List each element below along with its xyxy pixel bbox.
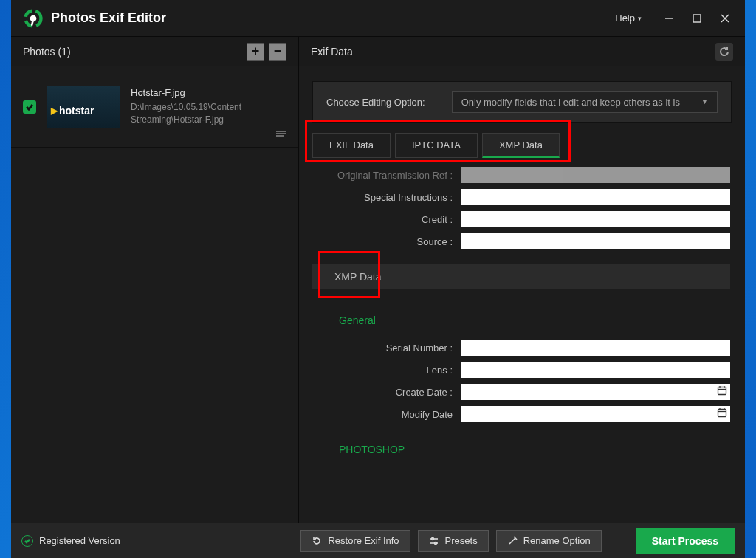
field-label: Credit : [312, 214, 453, 225]
tab-xmp-data[interactable]: XMP Data [482, 133, 560, 158]
field-label: Modify Date [312, 409, 453, 420]
section-label: XMP Data [334, 271, 382, 283]
tab-iptc-data[interactable]: IPTC DATA [395, 133, 478, 158]
restore-exif-button[interactable]: Restore Exif Info [300, 530, 410, 552]
help-label: Help [615, 13, 635, 24]
field-label: Lens : [312, 365, 453, 376]
photo-meta: Hotstar-F.jpg D:\Images\10.05.19\Content… [131, 87, 286, 126]
refresh-button[interactable] [715, 43, 733, 61]
thumbnail-brand: hotstar [59, 105, 94, 117]
app-logo-icon [23, 8, 44, 29]
field-lens: Lens : [312, 362, 730, 378]
field-input[interactable] [461, 406, 730, 422]
rename-option-button[interactable]: Rename Option [496, 530, 602, 552]
section-xmp-data: XMP Data [312, 264, 730, 289]
field-modify-date: Modify Date [312, 406, 730, 422]
svg-rect-13 [718, 410, 726, 417]
start-process-button[interactable]: Start Process [636, 528, 735, 554]
photo-filename: Hotstar-F.jpg [131, 87, 286, 98]
presets-button[interactable]: Presets [418, 530, 489, 552]
editing-option-value: Only modify fields that i edit and keep … [461, 97, 680, 108]
photo-row-menu-icon[interactable] [275, 128, 288, 141]
field-input[interactable] [461, 384, 730, 400]
main-header: Exif Data [299, 37, 745, 66]
app-title: Photos Exif Editor [51, 10, 166, 26]
registered-label: Registered Version [39, 535, 120, 546]
field-create-date: Create Date : [312, 384, 730, 400]
editing-option-label: Choose Editing Option: [326, 97, 425, 108]
button-label: Rename Option [523, 535, 591, 546]
field-label: Create Date : [312, 387, 453, 398]
field-input[interactable] [461, 233, 730, 249]
field-input[interactable] [461, 362, 730, 378]
field-credit: Credit : [312, 211, 730, 227]
field-source: Source : [312, 233, 730, 249]
field-input[interactable] [461, 211, 730, 227]
sidebar-title: Photos (1) [23, 46, 71, 58]
field-input[interactable] [461, 167, 730, 183]
field-label: Original Transmission Ref : [312, 170, 453, 181]
field-input[interactable] [461, 189, 730, 205]
photo-path: D:\Images\10.05.19\Content Streaming\Hot… [131, 101, 286, 126]
button-label: Presets [445, 535, 478, 546]
button-label: Start Process [652, 535, 718, 547]
calendar-icon[interactable] [717, 407, 727, 421]
field-label: Source : [312, 236, 453, 247]
tabs-container: EXIF Data IPTC DATA XMP Data [312, 133, 732, 158]
svg-rect-9 [718, 388, 726, 395]
svg-rect-3 [693, 15, 701, 22]
maximize-button[interactable] [683, 4, 711, 32]
subsection-photoshop: PHOTOSHOP [339, 444, 730, 455]
tab-exif-data[interactable]: EXIF Data [312, 133, 391, 158]
minimize-button[interactable] [655, 4, 683, 32]
help-menu[interactable]: Help ▾ [615, 13, 642, 24]
dropdown-arrow-icon: ▼ [701, 98, 708, 106]
field-label: Special Instructions : [312, 192, 453, 203]
chevron-down-icon: ▾ [638, 15, 642, 22]
main-title: Exif Data [311, 46, 353, 58]
titlebar: Photos Exif Editor Help ▾ [11, 0, 745, 37]
body: Photos (1) + − ▶hotstar Hotstar-F.jpg D:… [11, 37, 745, 523]
editing-option-bar: Choose Editing Option: Only modify field… [312, 81, 732, 123]
divider [312, 430, 730, 430]
field-input[interactable] [461, 340, 730, 356]
field-serial-number: Serial Number : [312, 340, 730, 356]
add-photo-button[interactable]: + [247, 43, 264, 61]
editing-option-select[interactable]: Only modify fields that i edit and keep … [452, 91, 718, 113]
sidebar-header: Photos (1) + − [11, 37, 298, 66]
field-special-instructions: Special Instructions : [312, 189, 730, 205]
photo-list-item[interactable]: ▶hotstar Hotstar-F.jpg D:\Images\10.05.1… [11, 66, 298, 148]
calendar-icon[interactable] [717, 385, 727, 399]
form-scroll-area[interactable]: Original Transmission Ref : Special Inst… [299, 159, 738, 523]
sidebar: Photos (1) + − ▶hotstar Hotstar-F.jpg D:… [11, 37, 299, 523]
subsection-general: General [339, 314, 730, 326]
field-label: Serial Number : [312, 342, 453, 354]
footer: Registered Version Restore Exif Info Pre… [11, 523, 745, 558]
photo-checkbox[interactable] [23, 100, 36, 114]
check-circle-icon [21, 535, 33, 547]
field-original-transmission-ref: Original Transmission Ref : [312, 167, 730, 183]
button-label: Restore Exif Info [328, 535, 399, 546]
remove-photo-button[interactable]: − [269, 43, 286, 61]
photo-thumbnail: ▶hotstar [47, 86, 120, 128]
main-panel: Exif Data Choose Editing Option: Only mo… [299, 37, 745, 523]
registered-badge: Registered Version [21, 535, 120, 547]
app-window: Photos Exif Editor Help ▾ Photos (1) + − [11, 0, 745, 558]
close-button[interactable] [711, 4, 739, 32]
